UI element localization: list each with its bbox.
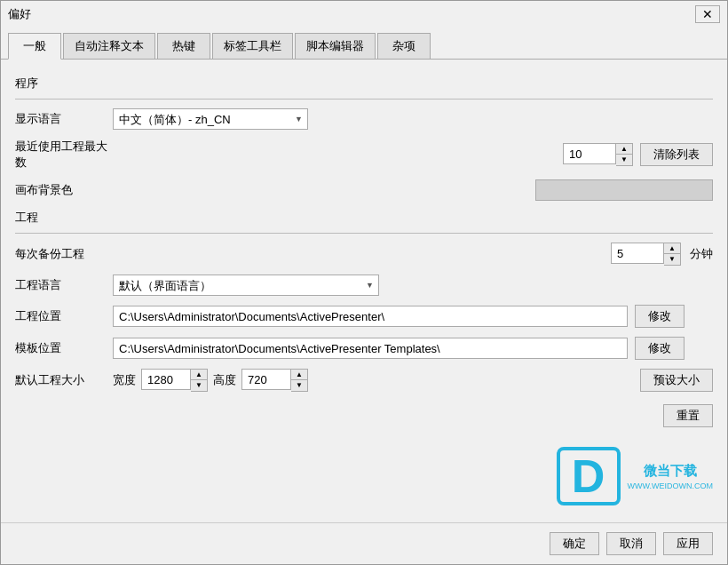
height-input[interactable]: 720 xyxy=(241,369,291,390)
backup-interval-unit: 分钟 xyxy=(690,246,713,262)
canvas-bg-row: 画布背景色 xyxy=(15,179,713,201)
backup-interval-label: 每次备份工程 xyxy=(15,246,113,262)
footer-buttons: 确定 取消 应用 xyxy=(1,522,727,564)
default-size-content: 宽度 1280 ▲ ▼ 高度 720 ▲ ▼ xyxy=(113,369,713,392)
recent-projects-content: 10 ▲ ▼ 清除列表 xyxy=(113,143,713,166)
watermark-area: D 微当下载 WWW.WEIDOWN.COM xyxy=(15,434,713,505)
tab-bar: 一般 自动注释文本 热键 标签工具栏 脚本编辑器 杂项 xyxy=(1,28,727,60)
width-down[interactable]: ▼ xyxy=(191,380,207,391)
preferences-window: 偏好 ✕ 一般 自动注释文本 热键 标签工具栏 脚本编辑器 杂项 程序 显示语言… xyxy=(0,0,728,565)
recent-projects-arrows: ▲ ▼ xyxy=(616,143,633,166)
language-dropdown-container: 中文（简体）- zh_CN xyxy=(113,108,308,130)
width-label: 宽度 xyxy=(113,372,136,388)
template-path-content: C:\Users\Administrator\Documents\ActiveP… xyxy=(113,337,713,360)
canvas-bg-label: 画布背景色 xyxy=(15,182,113,198)
tab-tag-toolbar[interactable]: 标签工具栏 xyxy=(212,33,293,59)
tab-general[interactable]: 一般 xyxy=(8,33,61,60)
backup-interval-row: 每次备份工程 5 ▲ ▼ 分钟 xyxy=(15,243,713,266)
tab-misc[interactable]: 杂项 xyxy=(377,33,431,59)
preset-size-button[interactable]: 预设大小 xyxy=(640,369,713,392)
watermark-text: 微当下载 xyxy=(644,463,697,480)
width-up[interactable]: ▲ xyxy=(191,370,207,380)
recent-projects-down[interactable]: ▼ xyxy=(616,155,632,165)
backup-interval-content: 5 ▲ ▼ 分钟 xyxy=(113,243,713,266)
watermark-d-block: D xyxy=(557,447,621,505)
display-language-content: 中文（简体）- zh_CN xyxy=(113,108,713,130)
width-spinbox: 1280 ▲ ▼ xyxy=(141,369,208,392)
tab-auto-comment[interactable]: 自动注释文本 xyxy=(63,33,155,59)
backup-interval-up[interactable]: ▲ xyxy=(664,243,680,254)
program-divider xyxy=(15,99,713,99)
template-path-input[interactable]: C:\Users\Administrator\Documents\ActiveP… xyxy=(113,338,628,359)
recent-projects-row: 最近使用工程最大数 10 ▲ ▼ 清除列表 xyxy=(15,139,713,171)
project-path-input[interactable]: C:\Users\Administrator\Documents\ActiveP… xyxy=(113,306,628,327)
display-language-row: 显示语言 中文（简体）- zh_CN xyxy=(15,108,713,130)
height-up[interactable]: ▲ xyxy=(291,370,307,380)
backup-interval-arrows: ▲ ▼ xyxy=(664,243,681,266)
clear-list-button[interactable]: 清除列表 xyxy=(640,143,713,166)
tab-content: 程序 显示语言 中文（简体）- zh_CN 最近使用工程最大数 10 xyxy=(1,60,727,522)
template-path-label: 模板位置 xyxy=(15,340,113,356)
width-arrows: ▲ ▼ xyxy=(191,369,208,392)
watermark-icon: D xyxy=(557,447,621,505)
backup-interval-down[interactable]: ▼ xyxy=(664,254,680,265)
project-language-row: 工程语言 默认（界面语言） xyxy=(15,275,713,296)
project-path-modify-button[interactable]: 修改 xyxy=(635,305,684,328)
canvas-bg-swatch[interactable] xyxy=(535,179,713,201)
default-size-row: 默认工程大小 宽度 1280 ▲ ▼ 高度 720 xyxy=(15,369,713,392)
recent-projects-spinbox: 10 ▲ ▼ xyxy=(563,143,633,166)
project-lang-dropdown-container: 默认（界面语言） xyxy=(113,275,379,296)
template-path-row: 模板位置 C:\Users\Administrator\Documents\Ac… xyxy=(15,337,713,360)
project-divider xyxy=(15,233,713,234)
size-row-inner: 宽度 1280 ▲ ▼ 高度 720 ▲ ▼ xyxy=(113,369,308,392)
default-size-label: 默认工程大小 xyxy=(15,372,113,388)
apply-button[interactable]: 应用 xyxy=(663,532,713,555)
ok-button[interactable]: 确定 xyxy=(550,532,599,555)
title-bar: 偏好 ✕ xyxy=(1,1,727,28)
window-title: 偏好 xyxy=(8,6,695,22)
canvas-bg-content xyxy=(113,179,713,201)
tab-hotkeys[interactable]: 热键 xyxy=(157,33,210,59)
recent-projects-input[interactable]: 10 xyxy=(563,143,616,164)
project-language-content: 默认（界面语言） xyxy=(113,275,713,296)
height-arrows: ▲ ▼ xyxy=(291,369,308,392)
cancel-button[interactable]: 取消 xyxy=(606,532,656,555)
height-down[interactable]: ▼ xyxy=(291,380,307,391)
watermark: D 微当下载 WWW.WEIDOWN.COM xyxy=(557,447,713,505)
close-button[interactable]: ✕ xyxy=(695,5,720,23)
language-dropdown[interactable]: 中文（简体）- zh_CN xyxy=(113,108,308,130)
reset-button[interactable]: 重置 xyxy=(663,404,713,427)
watermark-text-block: 微当下载 WWW.WEIDOWN.COM xyxy=(628,463,713,490)
project-path-content: C:\Users\Administrator\Documents\ActiveP… xyxy=(113,305,713,328)
width-input[interactable]: 1280 xyxy=(141,369,191,390)
project-path-row: 工程位置 C:\Users\Administrator\Documents\Ac… xyxy=(15,305,713,328)
project-section-label: 工程 xyxy=(15,210,713,226)
display-language-label: 显示语言 xyxy=(15,111,113,127)
recent-projects-up[interactable]: ▲ xyxy=(616,144,632,155)
template-path-modify-button[interactable]: 修改 xyxy=(635,337,684,360)
project-path-label: 工程位置 xyxy=(15,308,113,324)
recent-projects-label: 最近使用工程最大数 xyxy=(15,139,113,171)
reset-row: 重置 xyxy=(15,404,713,434)
backup-interval-input[interactable]: 5 xyxy=(611,243,664,264)
height-label: 高度 xyxy=(213,372,236,388)
watermark-url: WWW.WEIDOWN.COM xyxy=(628,481,713,490)
tab-script-editor[interactable]: 脚本编辑器 xyxy=(295,33,376,59)
project-language-label: 工程语言 xyxy=(15,277,113,293)
height-spinbox: 720 ▲ ▼ xyxy=(241,369,308,392)
program-section-label: 程序 xyxy=(15,76,713,92)
project-language-dropdown[interactable]: 默认（界面语言） xyxy=(113,275,379,296)
backup-interval-spinbox: 5 ▲ ▼ xyxy=(611,243,681,266)
